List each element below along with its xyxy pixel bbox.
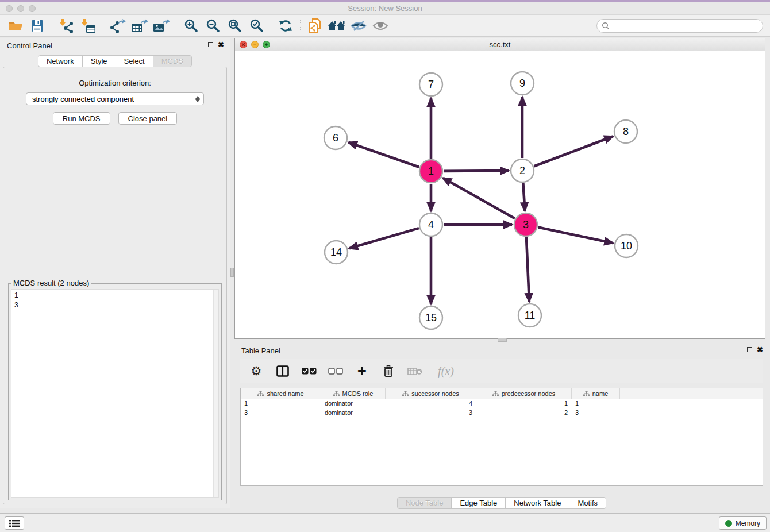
first-neighbors-button[interactable] [326, 17, 348, 35]
tab-network[interactable]: Network [38, 55, 83, 67]
open-folder-icon [8, 19, 24, 33]
export-table-button[interactable] [129, 17, 151, 35]
search-box[interactable] [596, 19, 763, 33]
close-panel-icon[interactable]: ✖ [218, 41, 224, 48]
tab-edge-table[interactable]: Edge Table [451, 497, 506, 509]
search-icon [602, 22, 610, 30]
graph-node-14[interactable]: 14 [325, 241, 348, 264]
tab-network-table[interactable]: Network Table [505, 497, 569, 509]
column-header-shared-name[interactable]: shared name [241, 388, 321, 399]
graph-node-3[interactable]: 3 [514, 213, 537, 236]
graph-node-label: 11 [525, 310, 536, 321]
column-header-predecessor-nodes[interactable]: predecessor nodes [476, 388, 572, 399]
graph-node-9[interactable]: 9 [511, 72, 534, 95]
graph-edge-3-1[interactable] [443, 178, 515, 218]
attribute-icon [583, 391, 590, 396]
optimization-dropdown[interactable]: strongly connected component [26, 92, 204, 105]
result-scrollbar[interactable] [213, 290, 218, 497]
table-panel-title: Table Panel [241, 346, 280, 355]
split-columns-button[interactable] [275, 363, 291, 380]
import-network-button[interactable] [56, 17, 78, 35]
search-input[interactable] [613, 22, 758, 30]
close-panel-button[interactable]: Close panel [118, 112, 178, 125]
open-session-button[interactable] [5, 17, 26, 35]
graph-node-15[interactable]: 15 [419, 306, 442, 329]
memory-button[interactable]: Memory [719, 516, 767, 530]
graph-node-1[interactable]: 1 [419, 160, 442, 183]
tab-style[interactable]: Style [82, 55, 116, 67]
close-table-panel-icon[interactable]: ✖ [757, 346, 763, 353]
vertical-splitter[interactable] [230, 38, 234, 508]
graph-node-label: 7 [428, 79, 434, 90]
table-settings-button[interactable]: ⚙ [248, 363, 264, 380]
column-header-MCDS-role[interactable]: MCDS role [321, 388, 386, 399]
graph-edge-2-8[interactable] [534, 136, 613, 166]
task-history-button[interactable] [5, 516, 24, 530]
graph-node-4[interactable]: 4 [419, 213, 442, 236]
splitter-grip[interactable] [230, 268, 234, 277]
zoom-fit-button[interactable] [224, 17, 245, 35]
delete-table-button[interactable] [407, 363, 423, 380]
window-titlebar: Session: New Session [0, 2, 770, 15]
graph-edge-1-2[interactable] [444, 171, 509, 171]
hide-selected-button[interactable] [348, 17, 369, 35]
table-row[interactable]: 1dominator411 [241, 399, 763, 408]
export-table-icon [131, 18, 148, 33]
function-builder-button[interactable]: f(x) [433, 363, 459, 380]
column-header-label: predecessor nodes [502, 390, 556, 397]
network-canvas[interactable]: 7968124314101511 [235, 51, 765, 338]
save-session-button[interactable] [26, 17, 48, 35]
zoom-selected-button[interactable] [245, 17, 267, 35]
mcds-panel-body: Optimization criterion: strongly connect… [3, 67, 227, 504]
table-row[interactable]: 3dominator323 [241, 408, 763, 418]
float-table-panel-icon[interactable] [747, 347, 752, 352]
apply-layout-button[interactable] [275, 17, 297, 35]
table-panel-header: Table Panel ✖ [234, 343, 769, 358]
tab-mcds[interactable]: MCDS [153, 55, 192, 67]
tab-select[interactable]: Select [116, 55, 153, 67]
graph-node-2[interactable]: 2 [511, 159, 534, 182]
export-image-icon [153, 18, 170, 33]
import-table-button[interactable] [78, 17, 99, 35]
mcds-result-text[interactable]: 13 [11, 289, 219, 498]
export-network-button[interactable] [107, 17, 129, 35]
graph-edge-2-3[interactable] [523, 183, 525, 211]
select-all-columns-button[interactable] [301, 363, 317, 380]
float-panel-icon[interactable] [208, 42, 213, 47]
status-bar: Memory [0, 513, 770, 532]
tab-node-table[interactable]: Node Table [397, 497, 452, 509]
deselect-all-columns-button[interactable] [328, 363, 344, 380]
table-tabs: Node TableEdge TableNetwork TableMotifs [234, 497, 769, 509]
graph-node-8[interactable]: 8 [614, 120, 637, 143]
graph-node-7[interactable]: 7 [419, 73, 442, 96]
clone-network-button[interactable] [304, 17, 326, 35]
column-header-successor-nodes[interactable]: successor nodes [386, 388, 476, 399]
delete-column-button[interactable] [380, 363, 396, 380]
trash-icon [383, 365, 394, 377]
network-view-window: ✕ − + scc.txt 7968124314101511 [234, 38, 765, 339]
run-mcds-button[interactable]: Run MCDS [53, 112, 110, 125]
control-panel-header: Control Panel ✖ [0, 38, 230, 53]
graph-edge-1-6[interactable] [349, 142, 419, 167]
unchecked-boxes-icon [328, 368, 343, 375]
graph-node-10[interactable]: 10 [615, 234, 638, 257]
column-header-name[interactable]: name [572, 388, 620, 399]
horizontal-splitter-handle[interactable] [498, 338, 507, 342]
tab-motifs[interactable]: Motifs [569, 497, 606, 509]
zoom-out-button[interactable] [202, 17, 224, 35]
graph-node-11[interactable]: 11 [518, 304, 541, 327]
toolbar-separator [52, 18, 52, 34]
graph-edge-3-11[interactable] [526, 237, 529, 302]
zoom-in-button[interactable] [180, 17, 202, 35]
result-line: 3 [14, 300, 215, 310]
graph-node-6[interactable]: 6 [324, 126, 347, 149]
eye-icon [372, 20, 388, 32]
optimization-criterion-label: Optimization criterion: [3, 79, 226, 87]
column-header-label: name [592, 390, 609, 397]
graph-edge-4-14[interactable] [349, 228, 419, 248]
add-column-button[interactable]: + [354, 363, 370, 380]
export-image-button[interactable] [151, 17, 172, 35]
graph-edge-3-10[interactable] [538, 228, 613, 243]
table-cell: dominator [321, 399, 386, 408]
show-all-button[interactable] [369, 17, 391, 35]
